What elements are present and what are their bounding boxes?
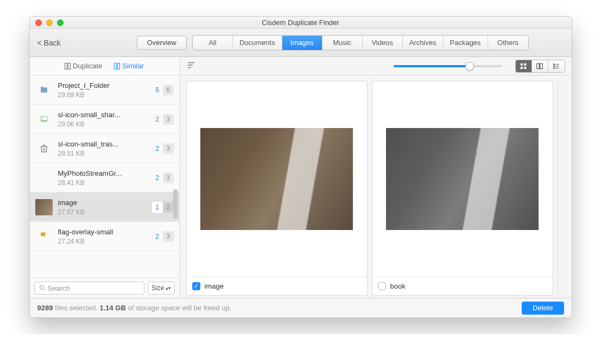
selected-count-badge: 2 xyxy=(152,114,163,125)
sidebar: Duplicate Similar Project_I_Folder29.69 … xyxy=(30,57,180,298)
back-button[interactable]: < Back xyxy=(37,39,61,47)
list-item[interactable]: MyPhotoStreamGr...28.41 KB23 xyxy=(30,163,179,193)
zoom-icon[interactable] xyxy=(57,20,64,26)
svg-rect-13 xyxy=(537,63,540,68)
selected-count-badge: 2 xyxy=(152,173,163,183)
list-item[interactable]: sl-icon-small_tras...28.51 KB23 xyxy=(30,134,179,163)
sidebar-mode-tabs: Duplicate Similar xyxy=(30,57,179,75)
sort-size-label: Size xyxy=(151,284,164,292)
preview-toolbar xyxy=(180,57,572,75)
tab-similar[interactable]: Similar xyxy=(114,62,144,70)
preview-label-left: image xyxy=(205,282,224,290)
freed-size: 1.14 GB xyxy=(99,304,125,312)
sort-size-button[interactable]: Size ▴▾ xyxy=(148,282,174,295)
slider-thumb[interactable] xyxy=(465,62,474,71)
svg-point-1 xyxy=(42,118,43,119)
tab-packages[interactable]: Packages xyxy=(444,36,488,50)
view-list-button[interactable] xyxy=(548,60,565,72)
view-grid-button[interactable] xyxy=(516,60,532,72)
view-mode-segment xyxy=(515,60,565,73)
tab-all[interactable]: All xyxy=(193,36,233,50)
item-size: 29.06 KB xyxy=(58,120,147,128)
item-name: sl-icon-small_tras... xyxy=(58,140,134,148)
tab-videos[interactable]: Videos xyxy=(363,36,403,50)
similar-icon xyxy=(114,63,120,69)
view-columns-button[interactable] xyxy=(532,60,548,72)
item-size: 28.51 KB xyxy=(58,150,147,157)
selected-count-badge: 5 xyxy=(152,85,163,95)
flag-icon xyxy=(35,228,53,245)
tab-images[interactable]: Images xyxy=(282,36,322,50)
status-text1: files selected. xyxy=(53,304,99,312)
svg-rect-9 xyxy=(521,63,523,65)
list-item[interactable]: image27.67 KB12 xyxy=(30,193,179,222)
svg-point-19 xyxy=(553,66,554,67)
close-icon[interactable] xyxy=(35,20,42,26)
photo-icon xyxy=(35,199,53,216)
preview-scrollbar[interactable] xyxy=(558,81,565,296)
svg-rect-14 xyxy=(540,63,543,68)
selected-count-badge: 1 xyxy=(152,202,163,213)
status-bar: 9289 files selected. 1.14 GB of storage … xyxy=(30,298,572,317)
svg-line-5 xyxy=(43,289,45,291)
trash-icon xyxy=(35,140,53,157)
total-count-badge: 6 xyxy=(163,85,174,95)
total-count-badge: 3 xyxy=(163,143,174,154)
overview-button[interactable]: Overview xyxy=(137,36,187,50)
sort-button[interactable] xyxy=(186,60,196,72)
image-thumbnail xyxy=(200,128,353,229)
item-name: image xyxy=(58,199,134,207)
total-count-badge: 3 xyxy=(163,114,174,125)
category-tabs: AllDocumentsImagesMusicVideosArchivesPac… xyxy=(192,35,529,50)
select-checkbox-right[interactable] xyxy=(378,282,386,290)
selected-count-badge: 2 xyxy=(152,143,163,154)
folder-icon xyxy=(35,81,53,99)
scrollbar-thumb[interactable] xyxy=(173,189,178,219)
svg-rect-10 xyxy=(524,63,526,65)
main-panel: ✓ image book xyxy=(180,57,572,298)
group-list: Project_I_Folder29.69 KB56sl-icon-small_… xyxy=(30,75,179,278)
total-count-badge: 3 xyxy=(163,173,174,183)
svg-point-20 xyxy=(553,67,554,68)
minimize-icon[interactable] xyxy=(46,20,53,26)
thumbnail-size-slider[interactable] xyxy=(394,65,502,67)
tab-archives[interactable]: Archives xyxy=(403,36,444,50)
list-item[interactable]: sl-icon-small_shar...29.06 KB23 xyxy=(30,105,179,134)
tab-others[interactable]: Others xyxy=(488,36,528,50)
image-icon xyxy=(35,111,53,128)
preview-label-right: book xyxy=(390,282,406,290)
tab-documents[interactable]: Documents xyxy=(233,36,282,50)
duplicate-icon xyxy=(65,63,71,69)
svg-point-18 xyxy=(553,63,554,65)
tab-duplicate[interactable]: Duplicate xyxy=(65,62,102,70)
preview-area: ✓ image book xyxy=(180,75,572,298)
search-placeholder: Search xyxy=(48,284,70,292)
sidebar-footer: Search Size ▴▾ xyxy=(30,278,179,298)
selected-count-badge: 2 xyxy=(152,231,163,242)
total-count-badge: 3 xyxy=(163,231,174,242)
item-name: sl-icon-small_shar... xyxy=(58,111,134,119)
item-size: 27.67 KB xyxy=(58,208,147,216)
blank-icon xyxy=(35,169,53,187)
preview-card-right[interactable]: book xyxy=(372,81,553,296)
image-thumbnail xyxy=(386,128,539,229)
select-checkbox-left[interactable]: ✓ xyxy=(192,282,200,290)
svg-point-4 xyxy=(40,286,43,290)
item-name: Project_I_Folder xyxy=(58,81,134,90)
preview-card-left[interactable]: ✓ image xyxy=(186,81,368,296)
search-icon xyxy=(39,285,46,291)
list-item[interactable]: flag-overlay-small27.24 KB23 xyxy=(30,222,179,251)
item-size: 28.41 KB xyxy=(58,179,147,187)
window-title: Cisdem Duplicate Finder xyxy=(30,18,572,27)
tab-music[interactable]: Music xyxy=(322,36,363,50)
search-input[interactable]: Search xyxy=(34,282,145,295)
chevron-updown-icon: ▴▾ xyxy=(166,286,171,290)
list-item[interactable]: Project_I_Folder29.69 KB56 xyxy=(30,75,179,105)
tab-similar-label: Similar xyxy=(122,62,144,70)
titlebar: Cisdem Duplicate Finder xyxy=(30,17,572,29)
delete-button[interactable]: Delete xyxy=(522,302,564,315)
item-name: flag-overlay-small xyxy=(58,228,134,236)
svg-rect-11 xyxy=(521,67,523,69)
item-size: 29.69 KB xyxy=(58,91,147,99)
tab-duplicate-label: Duplicate xyxy=(73,62,102,70)
